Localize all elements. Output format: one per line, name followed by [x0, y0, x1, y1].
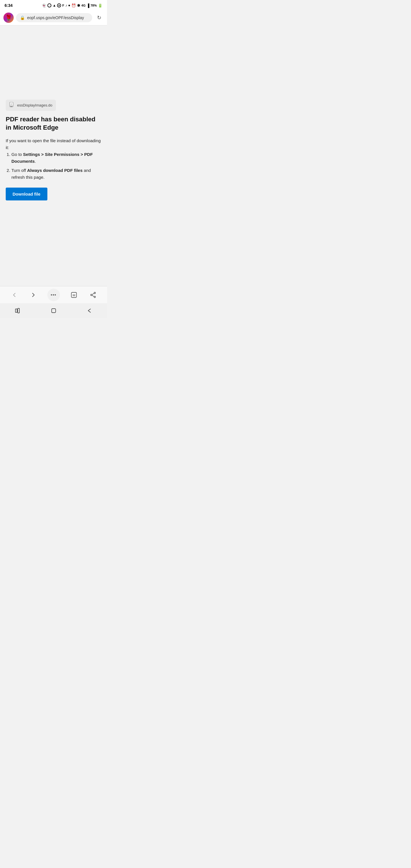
forward-arrow-icon: [30, 292, 36, 298]
status-icons: 👻 ▲ F ♪ • ⏰ ✱ 4G ▐ 78% 🔋: [42, 3, 102, 8]
tab-switcher-icon: 32: [70, 291, 77, 299]
recents-button[interactable]: [15, 308, 21, 314]
svg-point-10: [94, 296, 95, 298]
home-button[interactable]: [51, 308, 57, 314]
share-icon: [90, 291, 96, 299]
error-title: PDF reader has been disabled in Microsof…: [6, 115, 101, 132]
step-1: Go to Settings > Site Permissions > PDF …: [11, 151, 101, 165]
ring-icon: [57, 3, 61, 7]
tiktok-icon: ♪: [65, 3, 67, 7]
home-icon: [51, 308, 57, 314]
lock-icon: 🔒: [20, 16, 25, 20]
browser-nav: ••• 32: [0, 286, 107, 303]
status-time: 6:34: [5, 3, 12, 8]
network-icon: 4G: [81, 4, 86, 7]
download-file-button[interactable]: Download file: [6, 188, 48, 200]
bottom-spacer: [6, 200, 101, 280]
back-button[interactable]: [9, 290, 20, 300]
tab-switcher-button[interactable]: 32: [69, 290, 79, 300]
nav-arrow-icon: ▲: [53, 3, 56, 7]
svg-line-11: [92, 293, 94, 294]
fetch-icon: F: [62, 4, 64, 7]
battery-icon: 78%: [91, 4, 97, 7]
more-button[interactable]: •••: [48, 289, 60, 301]
step2-bold: Always download PDF files: [27, 168, 83, 173]
system-nav: [0, 303, 107, 318]
step2-plain: Turn off: [11, 168, 27, 173]
recents-icon: [15, 308, 21, 314]
error-description: If you want to open the file instead of …: [6, 137, 101, 181]
svg-rect-13: [15, 309, 17, 312]
step1-end: .: [35, 159, 36, 164]
signal-bars-icon: ▐: [87, 3, 89, 8]
dot-icon: •: [68, 3, 70, 8]
circle-icon: [48, 3, 51, 7]
avatar-image: 🌹: [5, 14, 12, 21]
address-bar[interactable]: 🔒 eopf.usps.gov/eOPF/essDisplay: [16, 13, 92, 22]
forward-button[interactable]: [28, 290, 38, 300]
pdf-chip: PDF essDisplayImages.do: [6, 100, 56, 111]
error-intro: If you want to open the file instead of …: [6, 137, 101, 151]
back-system-button[interactable]: [86, 308, 92, 314]
svg-text:32: 32: [72, 293, 75, 297]
step1-bold: Settings > Site Permissions > PDF Docume…: [11, 152, 93, 164]
refresh-button[interactable]: ↻: [94, 13, 104, 22]
back-system-icon: [86, 308, 92, 314]
back-arrow-icon: [11, 292, 18, 298]
main-content: PDF essDisplayImages.do PDF reader has b…: [0, 25, 107, 286]
step1-plain: Go to: [11, 152, 23, 157]
svg-point-9: [91, 294, 92, 296]
avatar[interactable]: 🌹: [3, 12, 14, 23]
status-bar: 6:34 👻 ▲ F ♪ • ⏰ ✱ 4G ▐ 78% 🔋: [0, 0, 107, 10]
pdf-filename: essDisplayImages.do: [17, 103, 53, 107]
pdf-icon: PDF: [9, 102, 15, 108]
battery-bar-icon: 🔋: [98, 3, 102, 8]
top-spacer: [6, 31, 101, 100]
svg-point-8: [94, 292, 95, 293]
browser-bar: 🌹 🔒 eopf.usps.gov/eOPF/essDisplay ↻: [0, 10, 107, 25]
more-dots-icon: •••: [51, 292, 57, 298]
step-2: Turn off Always download PDF files and r…: [11, 167, 101, 181]
alarm-icon: ⏰: [71, 3, 76, 8]
address-text: eopf.usps.gov/eOPF/essDisplay: [27, 16, 88, 20]
svg-line-12: [92, 295, 94, 297]
share-button[interactable]: [88, 290, 98, 300]
snapchat-icon: 👻: [42, 3, 46, 8]
pdf-file-icon: PDF: [9, 102, 15, 107]
svg-text:PDF: PDF: [10, 106, 13, 107]
svg-rect-14: [18, 308, 20, 313]
bluetooth-icon: ✱: [77, 3, 80, 8]
svg-rect-15: [52, 309, 56, 313]
